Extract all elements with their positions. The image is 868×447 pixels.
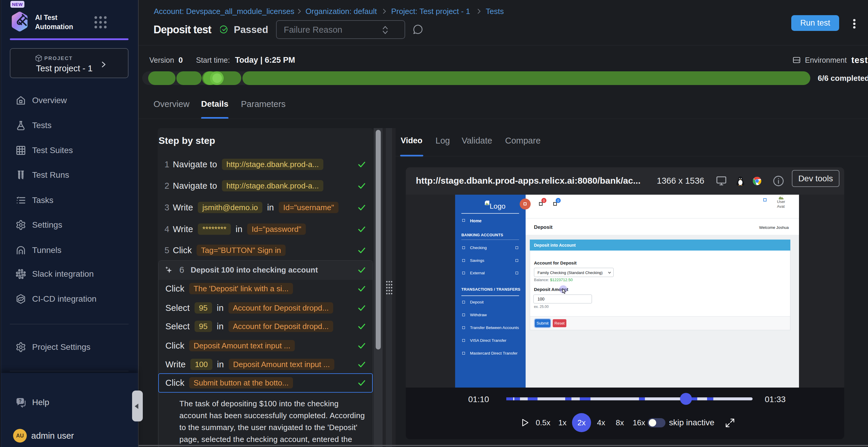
svg-text:?: ? xyxy=(19,399,22,404)
